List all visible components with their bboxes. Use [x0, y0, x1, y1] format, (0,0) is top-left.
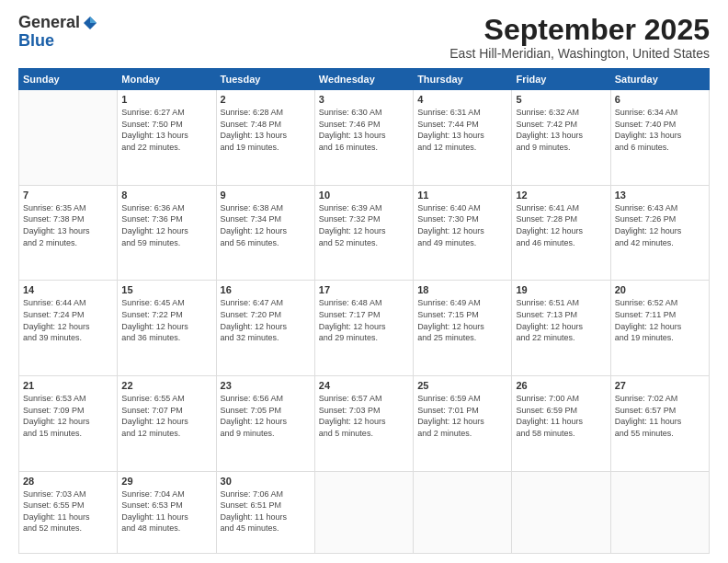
table-row: 16Sunrise: 6:47 AM Sunset: 7:20 PM Dayli… — [216, 281, 314, 376]
table-row: 30Sunrise: 7:06 AM Sunset: 6:51 PM Dayli… — [216, 471, 314, 553]
table-row: 27Sunrise: 7:02 AM Sunset: 6:57 PM Dayli… — [610, 375, 709, 471]
day-number: 3 — [319, 94, 409, 105]
col-monday: Monday — [118, 69, 216, 90]
day-info: Sunrise: 6:31 AM Sunset: 7:44 PM Dayligh… — [417, 107, 507, 153]
calendar-table: Sunday Monday Tuesday Wednesday Thursday… — [18, 68, 710, 554]
day-number: 11 — [417, 190, 507, 201]
table-row: 23Sunrise: 6:56 AM Sunset: 7:05 PM Dayli… — [216, 375, 314, 471]
col-friday: Friday — [512, 69, 610, 90]
day-info: Sunrise: 7:06 AM Sunset: 6:51 PM Dayligh… — [221, 488, 311, 534]
day-info: Sunrise: 6:27 AM Sunset: 7:50 PM Dayligh… — [121, 107, 211, 153]
day-number: 23 — [221, 380, 311, 391]
table-row: 22Sunrise: 6:55 AM Sunset: 7:07 PM Dayli… — [118, 375, 216, 471]
day-info: Sunrise: 6:55 AM Sunset: 7:07 PM Dayligh… — [121, 393, 211, 439]
day-info: Sunrise: 6:48 AM Sunset: 7:17 PM Dayligh… — [319, 297, 409, 343]
day-number: 1 — [121, 94, 211, 105]
day-info: Sunrise: 6:45 AM Sunset: 7:22 PM Dayligh… — [121, 297, 211, 343]
logo-icon — [82, 15, 98, 31]
day-number: 15 — [121, 284, 211, 295]
svg-marker-1 — [90, 17, 97, 23]
day-info: Sunrise: 6:34 AM Sunset: 7:40 PM Dayligh… — [615, 107, 705, 153]
table-row: 29Sunrise: 7:04 AM Sunset: 6:53 PM Dayli… — [118, 471, 216, 553]
table-row: 5Sunrise: 6:32 AM Sunset: 7:42 PM Daylig… — [512, 90, 610, 186]
table-row: 19Sunrise: 6:51 AM Sunset: 7:13 PM Dayli… — [512, 281, 610, 376]
day-info: Sunrise: 6:47 AM Sunset: 7:20 PM Dayligh… — [221, 297, 311, 343]
day-info: Sunrise: 7:03 AM Sunset: 6:55 PM Dayligh… — [23, 488, 113, 534]
day-number: 19 — [516, 284, 606, 295]
day-number: 14 — [23, 284, 113, 295]
table-row — [414, 471, 512, 553]
day-info: Sunrise: 6:30 AM Sunset: 7:46 PM Dayligh… — [319, 107, 409, 153]
table-row: 13Sunrise: 6:43 AM Sunset: 7:26 PM Dayli… — [610, 185, 709, 281]
day-number: 10 — [319, 190, 409, 201]
day-info: Sunrise: 7:04 AM Sunset: 6:53 PM Dayligh… — [121, 488, 211, 534]
day-info: Sunrise: 6:32 AM Sunset: 7:42 PM Dayligh… — [516, 107, 606, 153]
day-number: 28 — [23, 476, 113, 487]
day-number: 18 — [417, 284, 507, 295]
day-info: Sunrise: 6:59 AM Sunset: 7:01 PM Dayligh… — [417, 393, 507, 439]
table-row: 4Sunrise: 6:31 AM Sunset: 7:44 PM Daylig… — [414, 90, 512, 186]
header: General Blue September 2025 East Hill-Me… — [18, 14, 710, 61]
table-row: 1Sunrise: 6:27 AM Sunset: 7:50 PM Daylig… — [118, 90, 216, 186]
col-wednesday: Wednesday — [314, 69, 413, 90]
table-row: 11Sunrise: 6:40 AM Sunset: 7:30 PM Dayli… — [414, 185, 512, 281]
day-number: 12 — [516, 190, 606, 201]
col-saturday: Saturday — [610, 69, 709, 90]
table-row: 15Sunrise: 6:45 AM Sunset: 7:22 PM Dayli… — [118, 281, 216, 376]
day-number: 4 — [417, 94, 507, 105]
month-title: September 2025 — [449, 14, 710, 46]
day-info: Sunrise: 6:53 AM Sunset: 7:09 PM Dayligh… — [23, 393, 113, 439]
day-number: 5 — [516, 94, 606, 105]
day-number: 17 — [319, 284, 409, 295]
logo-general-text: General — [18, 14, 80, 32]
title-section: September 2025 East Hill-Meridian, Washi… — [449, 14, 710, 61]
location: East Hill-Meridian, Washington, United S… — [449, 46, 710, 61]
table-row: 17Sunrise: 6:48 AM Sunset: 7:17 PM Dayli… — [314, 281, 413, 376]
table-row: 3Sunrise: 6:30 AM Sunset: 7:46 PM Daylig… — [314, 90, 413, 186]
table-row: 10Sunrise: 6:39 AM Sunset: 7:32 PM Dayli… — [314, 185, 413, 281]
day-info: Sunrise: 6:41 AM Sunset: 7:28 PM Dayligh… — [516, 202, 606, 248]
calendar-header-row: Sunday Monday Tuesday Wednesday Thursday… — [19, 69, 710, 90]
day-info: Sunrise: 7:00 AM Sunset: 6:59 PM Dayligh… — [516, 393, 606, 439]
table-row: 20Sunrise: 6:52 AM Sunset: 7:11 PM Dayli… — [610, 281, 709, 376]
day-info: Sunrise: 6:39 AM Sunset: 7:32 PM Dayligh… — [319, 202, 409, 248]
day-info: Sunrise: 6:57 AM Sunset: 7:03 PM Dayligh… — [319, 393, 409, 439]
day-info: Sunrise: 6:51 AM Sunset: 7:13 PM Dayligh… — [516, 297, 606, 343]
page: General Blue September 2025 East Hill-Me… — [0, 0, 728, 563]
table-row — [314, 471, 413, 553]
day-number: 21 — [23, 380, 113, 391]
day-info: Sunrise: 6:56 AM Sunset: 7:05 PM Dayligh… — [221, 393, 311, 439]
col-sunday: Sunday — [19, 69, 118, 90]
col-tuesday: Tuesday — [216, 69, 314, 90]
day-info: Sunrise: 6:35 AM Sunset: 7:38 PM Dayligh… — [23, 202, 113, 248]
table-row: 12Sunrise: 6:41 AM Sunset: 7:28 PM Dayli… — [512, 185, 610, 281]
table-row: 24Sunrise: 6:57 AM Sunset: 7:03 PM Dayli… — [314, 375, 413, 471]
table-row: 14Sunrise: 6:44 AM Sunset: 7:24 PM Dayli… — [19, 281, 118, 376]
day-number: 27 — [615, 380, 705, 391]
table-row — [512, 471, 610, 553]
table-row: 26Sunrise: 7:00 AM Sunset: 6:59 PM Dayli… — [512, 375, 610, 471]
day-number: 29 — [121, 476, 211, 487]
table-row — [19, 90, 118, 186]
day-number: 24 — [319, 380, 409, 391]
day-number: 9 — [221, 190, 311, 201]
day-number: 25 — [417, 380, 507, 391]
day-number: 20 — [615, 284, 705, 295]
day-number: 26 — [516, 380, 606, 391]
col-thursday: Thursday — [414, 69, 512, 90]
day-info: Sunrise: 6:28 AM Sunset: 7:48 PM Dayligh… — [221, 107, 311, 153]
day-number: 2 — [221, 94, 311, 105]
table-row: 6Sunrise: 6:34 AM Sunset: 7:40 PM Daylig… — [610, 90, 709, 186]
table-row: 7Sunrise: 6:35 AM Sunset: 7:38 PM Daylig… — [19, 185, 118, 281]
table-row: 25Sunrise: 6:59 AM Sunset: 7:01 PM Dayli… — [414, 375, 512, 471]
day-number: 30 — [221, 476, 311, 487]
day-info: Sunrise: 7:02 AM Sunset: 6:57 PM Dayligh… — [615, 393, 705, 439]
table-row: 8Sunrise: 6:36 AM Sunset: 7:36 PM Daylig… — [118, 185, 216, 281]
table-row: 18Sunrise: 6:49 AM Sunset: 7:15 PM Dayli… — [414, 281, 512, 376]
day-info: Sunrise: 6:38 AM Sunset: 7:34 PM Dayligh… — [221, 202, 311, 248]
day-info: Sunrise: 6:52 AM Sunset: 7:11 PM Dayligh… — [615, 297, 705, 343]
logo: General Blue — [18, 14, 98, 51]
table-row: 21Sunrise: 6:53 AM Sunset: 7:09 PM Dayli… — [19, 375, 118, 471]
day-info: Sunrise: 6:43 AM Sunset: 7:26 PM Dayligh… — [615, 202, 705, 248]
table-row: 28Sunrise: 7:03 AM Sunset: 6:55 PM Dayli… — [19, 471, 118, 553]
